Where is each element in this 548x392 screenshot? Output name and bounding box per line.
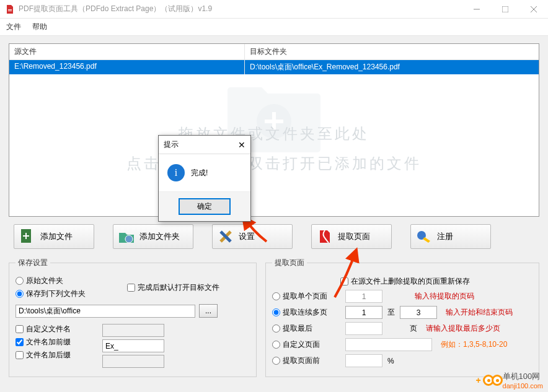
range-to-label: 至: [387, 307, 395, 318]
window-title: PDF提取页面工具（PDFdo Extract Page）（试用版）v1.9: [19, 4, 462, 14]
percent-label: %: [387, 357, 394, 365]
register-button[interactable]: 注册: [410, 224, 491, 249]
settings-button[interactable]: 设置: [212, 224, 293, 249]
single-page-input: [345, 290, 382, 303]
dialog-ok-button[interactable]: 确定: [179, 198, 231, 215]
file-row[interactable]: E:\Removed_123456.pdf D:\tools\桌面\office…: [9, 60, 539, 74]
add-folder-label: 添加文件夹: [139, 231, 180, 242]
file-list-header: 源文件 目标文件夹: [9, 44, 539, 60]
radio-range[interactable]: 提取连续多页: [272, 307, 340, 318]
extract-label: 提取页面: [338, 231, 370, 242]
single-hint: 输入待提取的页码: [415, 291, 474, 302]
column-source[interactable]: 源文件: [9, 44, 245, 59]
chk-custom-name[interactable]: 自定义文件名: [15, 324, 90, 334]
prefix-input[interactable]: [102, 339, 164, 352]
window-controls: [462, 0, 548, 18]
close-button[interactable]: [519, 0, 548, 18]
chk-open-after[interactable]: 完成后默认打开目标文件: [127, 276, 219, 299]
svg-rect-0: [502, 6, 508, 12]
custom-pages-input: [345, 338, 432, 351]
last-hint: 请输入提取最后多少页: [426, 323, 500, 334]
custom-hint: 例如：1,3,5-8,10-20: [441, 339, 507, 350]
svg-point-3: [125, 235, 133, 243]
radio-custom-folder[interactable]: 保存到下列文件夹: [15, 289, 108, 299]
minimize-button[interactable]: [462, 0, 491, 18]
extract-legend: 提取页面: [272, 258, 307, 268]
file-dest-cell: D:\tools\桌面\office\Ex_Removed_123456.pdf: [245, 60, 539, 74]
watermark-url: danji100.com: [503, 382, 543, 390]
add-file-button[interactable]: 添加文件: [14, 224, 94, 249]
save-settings-group: 保存设置 原始文件夹 保存到下列文件夹 完成后默认打开目标文件 ... 自定义文…: [9, 258, 257, 377]
radio-last[interactable]: 提取最后: [272, 323, 340, 334]
chk-prefix[interactable]: 文件名加前缀: [15, 337, 90, 347]
maximize-button[interactable]: [491, 0, 519, 18]
last-unit: 页: [387, 323, 417, 334]
file-list-area[interactable]: 拖放文件或文件夹至此处 点击添加文件或双击打开已添加的文件 源文件 目标文件夹 …: [9, 43, 539, 217]
dialog-close-icon[interactable]: ✕: [238, 140, 245, 150]
add-folder-icon: [117, 227, 136, 246]
settings-icon: [216, 227, 235, 246]
menu-help[interactable]: 帮助: [32, 22, 47, 32]
radio-orig-folder[interactable]: 原始文件夹: [15, 276, 108, 286]
settings-label: 设置: [239, 231, 255, 242]
last-pages-input: [345, 322, 382, 335]
watermark-name: 单机100网: [503, 371, 543, 382]
dialog-title: 提示: [164, 139, 179, 150]
suffix-input[interactable]: [102, 355, 164, 368]
chk-resave[interactable]: 在源文件上删除提取的页面重新保存: [340, 276, 470, 287]
app-icon: [5, 4, 15, 14]
column-dest[interactable]: 目标文件夹: [245, 44, 539, 59]
dialog-message: 完成!: [191, 168, 208, 178]
register-icon: [415, 227, 433, 246]
extract-settings-group: 提取页面 在源文件上删除提取的页面重新保存 提取单个页面 输入待提取的页码 提取…: [265, 258, 539, 377]
range-from-input[interactable]: [345, 306, 382, 319]
add-file-label: 添加文件: [40, 231, 73, 242]
range-to-input[interactable]: [400, 306, 437, 319]
menu-file[interactable]: 文件: [6, 22, 21, 32]
range-hint: 输入开始和结束页码: [446, 307, 513, 318]
watermark: 单机100网 danji100.com: [483, 371, 543, 390]
extract-button[interactable]: 提取页面: [311, 224, 392, 249]
radio-before[interactable]: 提取页面前: [272, 355, 340, 366]
extract-icon: [316, 227, 334, 246]
info-dialog: 提示 ✕ i 完成! 确定: [158, 135, 251, 222]
before-percent-input: [345, 354, 382, 367]
chk-suffix[interactable]: 文件名加后缀: [15, 350, 90, 360]
register-label: 注册: [437, 231, 453, 242]
save-legend: 保存设置: [15, 258, 50, 268]
info-icon: i: [167, 164, 185, 181]
add-folder-button[interactable]: 添加文件夹: [113, 224, 193, 249]
add-file-icon: [18, 227, 37, 246]
radio-single[interactable]: 提取单个页面: [272, 291, 340, 302]
save-path-input[interactable]: [15, 305, 195, 318]
watermark-logo-icon: [483, 375, 500, 386]
menubar: 文件 帮助: [0, 19, 548, 36]
toolbar: 添加文件 添加文件夹 设置 提取页面 注册: [9, 217, 539, 258]
browse-button[interactable]: ...: [199, 304, 218, 318]
file-source-cell: E:\Removed_123456.pdf: [9, 60, 245, 74]
radio-custom[interactable]: 自定义页面: [272, 339, 340, 350]
titlebar: PDF提取页面工具（PDFdo Extract Page）（试用版）v1.9: [0, 0, 548, 19]
custom-name-input[interactable]: [102, 324, 164, 337]
